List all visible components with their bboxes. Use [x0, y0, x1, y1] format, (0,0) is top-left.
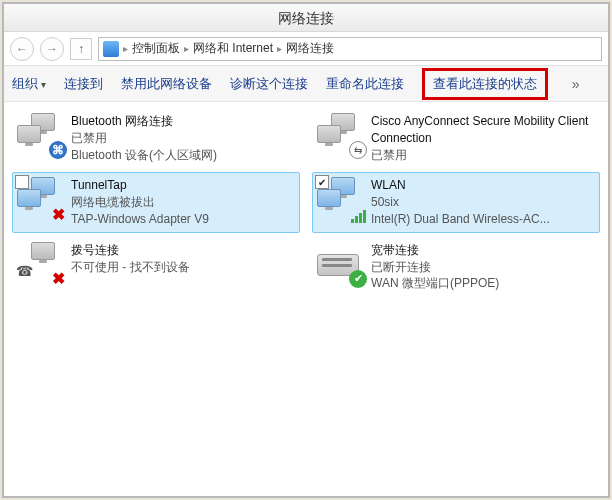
connection-status: 已断开连接 — [371, 259, 499, 276]
connection-item-tunneltap[interactable]: ✖ TunnelTap 网络电缆被拔出 TAP-Windows Adapter … — [12, 172, 300, 232]
connection-info: TunnelTap 网络电缆被拔出 TAP-Windows Adapter V9 — [71, 177, 209, 227]
connection-status: 已禁用 — [71, 130, 217, 147]
connection-name: WLAN — [371, 177, 550, 194]
connection-item-bluetooth[interactable]: ⌘ Bluetooth 网络连接 已禁用 Bluetooth 设备(个人区域网) — [12, 108, 300, 168]
connections-list: ⌘ Bluetooth 网络连接 已禁用 Bluetooth 设备(个人区域网)… — [4, 102, 608, 303]
check-icon: ✔ — [349, 270, 367, 288]
connection-status: 50six — [371, 194, 550, 211]
phone-icon — [15, 262, 33, 280]
window-title: 网络连接 — [4, 4, 608, 32]
connection-info: Cisco AnyConnect Secure Mobility Client … — [371, 113, 595, 163]
connection-item-wlan[interactable]: ✔ WLAN 50six Intel(R) Dual Band Wireless… — [312, 172, 600, 232]
connection-device: Bluetooth 设备(个人区域网) — [71, 147, 217, 164]
back-button[interactable]: ← — [10, 37, 34, 61]
error-x-icon: ✖ — [49, 270, 67, 288]
wifi-signal-icon — [349, 205, 367, 223]
connection-device: TAP-Windows Adapter V9 — [71, 211, 209, 228]
connection-name: 拨号连接 — [71, 242, 190, 259]
modem-icon: ✔ — [317, 242, 365, 286]
connection-item-broadband[interactable]: ✔ 宽带连接 已断开连接 WAN 微型端口(PPPOE) — [312, 237, 600, 297]
connection-info: Bluetooth 网络连接 已禁用 Bluetooth 设备(个人区域网) — [71, 113, 217, 163]
command-toolbar: 组织 连接到 禁用此网络设备 诊断这个连接 重命名此连接 查看此连接的状态 » — [4, 66, 608, 102]
network-connections-window: 网络连接 ← → ↑ ▸ 控制面板 ▸ 网络和 Internet ▸ 网络连接 … — [2, 2, 610, 498]
rename-button[interactable]: 重命名此连接 — [326, 75, 404, 93]
chevron-right-icon: ▸ — [277, 43, 282, 54]
organize-menu[interactable]: 组织 — [12, 75, 46, 93]
highlight-annotation: 查看此连接的状态 — [422, 68, 548, 100]
chevron-right-icon: ▸ — [123, 43, 128, 54]
network-adapter-icon: ✔ — [317, 177, 365, 221]
diagnose-button[interactable]: 诊断这个连接 — [230, 75, 308, 93]
connection-device: Intel(R) Dual Band Wireless-AC... — [371, 211, 550, 228]
connection-item-dialup[interactable]: ✖ 拨号连接 不可使用 - 找不到设备 — [12, 237, 300, 297]
network-adapter-icon: ✖ — [17, 242, 65, 286]
vpn-icon: ⇆ — [349, 141, 367, 159]
connection-info: 宽带连接 已断开连接 WAN 微型端口(PPPOE) — [371, 242, 499, 292]
connection-device: WAN 微型端口(PPPOE) — [371, 275, 499, 292]
connection-item-cisco[interactable]: ⇆ Cisco AnyConnect Secure Mobility Clien… — [312, 108, 600, 168]
connection-status: 已禁用 — [371, 147, 595, 164]
breadcrumb-part[interactable]: 网络和 Internet — [193, 40, 273, 57]
view-status-button[interactable]: 查看此连接的状态 — [433, 76, 537, 91]
breadcrumb[interactable]: ▸ 控制面板 ▸ 网络和 Internet ▸ 网络连接 — [98, 37, 602, 61]
forward-button[interactable]: → — [40, 37, 64, 61]
connection-info: 拨号连接 不可使用 - 找不到设备 — [71, 242, 190, 276]
bluetooth-icon: ⌘ — [49, 141, 67, 159]
overflow-chevron-icon[interactable]: » — [572, 76, 580, 92]
up-button[interactable]: ↑ — [70, 38, 92, 60]
connection-name: TunnelTap — [71, 177, 209, 194]
network-adapter-icon: ⌘ — [17, 113, 65, 157]
connection-name: Cisco AnyConnect Secure Mobility Client … — [371, 113, 595, 147]
network-adapter-icon: ✖ — [17, 177, 65, 221]
chevron-right-icon: ▸ — [184, 43, 189, 54]
connection-status: 不可使用 - 找不到设备 — [71, 259, 190, 276]
nav-bar: ← → ↑ ▸ 控制面板 ▸ 网络和 Internet ▸ 网络连接 — [4, 32, 608, 66]
connection-status: 网络电缆被拔出 — [71, 194, 209, 211]
connect-to-button[interactable]: 连接到 — [64, 75, 103, 93]
breadcrumb-part[interactable]: 控制面板 — [132, 40, 180, 57]
network-adapter-icon: ⇆ — [317, 113, 365, 157]
control-panel-icon — [103, 41, 119, 57]
breadcrumb-part[interactable]: 网络连接 — [286, 40, 334, 57]
error-x-icon: ✖ — [49, 205, 67, 223]
connection-name: 宽带连接 — [371, 242, 499, 259]
disable-device-button[interactable]: 禁用此网络设备 — [121, 75, 212, 93]
connection-info: WLAN 50six Intel(R) Dual Band Wireless-A… — [371, 177, 550, 227]
connection-name: Bluetooth 网络连接 — [71, 113, 217, 130]
